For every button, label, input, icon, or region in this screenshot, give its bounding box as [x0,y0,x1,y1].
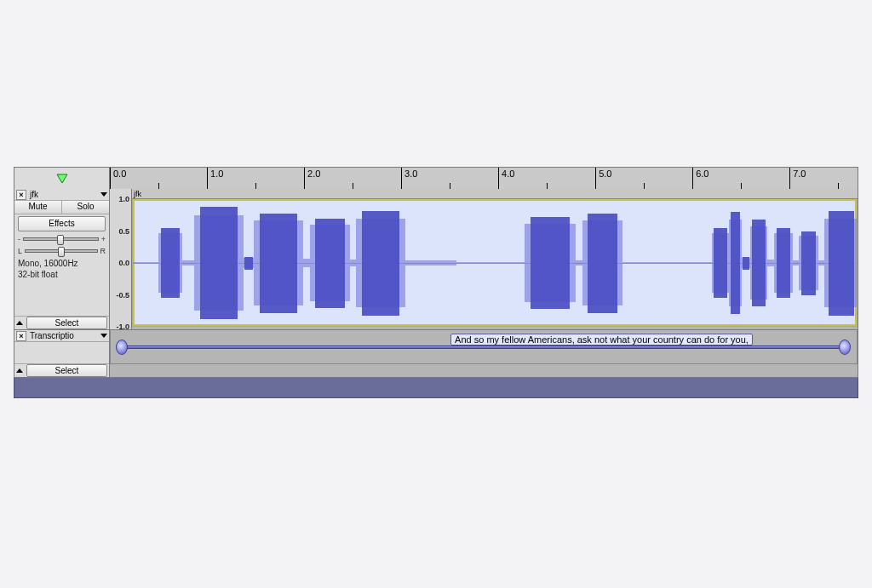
waveform-segment [793,260,799,265]
track-select-row: Select [14,316,109,329]
label-track-select-button[interactable]: Select [26,364,107,377]
label-track-row: × Transcriptio Select And so my fellow A… [14,330,858,378]
label-range-line[interactable] [122,345,845,349]
audacity-workspace: 0.01.02.03.04.05.06.07.0 × jfk Mute Solo… [14,167,858,398]
track-title: jfk [28,190,99,199]
mute-button[interactable]: Mute [14,201,62,214]
label-text[interactable]: And so my fellow Americans, ask not what… [450,334,753,345]
waveform-segment [801,231,816,295]
waveform-segment [161,228,179,299]
tracks-gutter-strip [14,378,858,398]
mute-solo-row: Mute Solo [14,201,109,214]
track-select-button[interactable]: Select [26,317,107,329]
ruler-tick-major [110,168,111,189]
waveform-segment [829,211,854,316]
ruler-tick-major [692,168,693,189]
waveform-segment [182,260,194,265]
track-format-line2: 32-bit float [14,268,109,281]
effects-button[interactable]: Effects [18,216,106,231]
ruler-tick-major [498,168,499,189]
waveform-segment [260,214,297,313]
waveform-segment [588,214,618,313]
ruler-tick-major [595,168,596,189]
label-start-handle[interactable] [116,340,128,355]
track-menu-dropdown-icon[interactable] [100,192,107,197]
gain-max-label: + [101,235,106,243]
clip-name-bar[interactable]: jfk [132,189,858,199]
gain-slider-row: - + [14,233,109,245]
waveform-segment [244,257,252,270]
waveform-segment [315,219,346,308]
waveform-segment [405,260,456,265]
ruler-label: 2.0 [307,168,320,179]
gain-slider[interactable] [23,237,99,241]
audio-track-body[interactable]: jfk [132,189,858,329]
pan-slider-thumb[interactable] [58,247,65,257]
amplitude-tick: 0.0 [118,259,129,267]
label-track-close-button[interactable]: × [16,331,26,341]
label-track-collapse-icon[interactable] [16,368,23,373]
waveform-segment [622,262,712,265]
label-end-handle[interactable] [839,340,851,355]
waveform-segment [818,260,824,265]
timeline-ruler[interactable]: 0.01.02.03.04.05.06.07.0 [110,168,858,189]
ruler-label: 4.0 [502,168,514,179]
ruler-tick-major [401,168,402,189]
ruler-tick-major [304,168,305,189]
waveform-segment [743,257,749,270]
ruler-tick-major [789,168,790,189]
waveform-segment [362,211,399,316]
ruler-label: 7.0 [793,168,806,179]
audio-track-row: × jfk Mute Solo Effects - + L [14,189,858,330]
ruler-label: 5.0 [599,168,611,179]
pan-slider[interactable] [25,249,97,253]
amplitude-tick: -0.5 [116,291,129,300]
waveform-segment [714,228,726,299]
waveform-segment [731,212,740,314]
waveform-segment [767,260,774,266]
amplitude-scale: 1.00.50.0-0.5-1.0 [110,189,132,329]
waveform-segment [576,260,582,265]
waveform-segment [200,207,238,319]
gain-min-label: - [18,235,20,243]
track-close-button[interactable]: × [16,190,26,200]
track-title-bar: × jfk [14,189,109,201]
track-collapse-icon[interactable] [16,321,23,325]
waveform-segment [456,262,525,265]
ruler-label: 3.0 [404,168,417,179]
label-track-menu-dropdown-icon[interactable] [100,334,107,338]
waveform-display[interactable] [132,199,858,327]
pan-slider-row: L R [14,245,109,257]
pan-left-label: L [18,247,22,255]
ruler-label: 6.0 [696,168,708,179]
pan-right-label: R [100,247,106,255]
waveform-segment [350,260,356,266]
label-track-title: Transcriptio [28,331,99,340]
svg-marker-0 [57,174,67,183]
timeline-ruler-row: 0.01.02.03.04.05.06.07.0 [14,167,858,189]
label-track-title-bar: × Transcriptio [14,330,109,342]
label-track-control-panel: × Transcriptio Select [14,330,110,377]
amplitude-tick: 0.5 [118,227,129,236]
gain-slider-thumb[interactable] [57,235,64,245]
ruler-control-gutter [14,168,110,189]
ruler-label: 1.0 [210,168,223,179]
waveform-segment [531,217,570,309]
label-track-body[interactable]: And so my fellow Americans, ask not what… [110,330,858,377]
label-track-select-row: Select [14,363,109,377]
waveform-segment [752,220,765,306]
ruler-tick-major [207,168,208,189]
audio-track-control-panel: × jfk Mute Solo Effects - + L [14,189,110,329]
waveform-segment [777,228,791,299]
label-area[interactable]: And so my fellow Americans, ask not what… [110,330,858,364]
solo-button[interactable]: Solo [62,201,109,214]
waveform-segment [303,259,310,267]
waveform-segment [133,262,158,265]
ruler-label: 0.0 [113,168,126,179]
playhead-start-icon[interactable] [55,174,69,184]
amplitude-tick: 1.0 [118,195,129,203]
